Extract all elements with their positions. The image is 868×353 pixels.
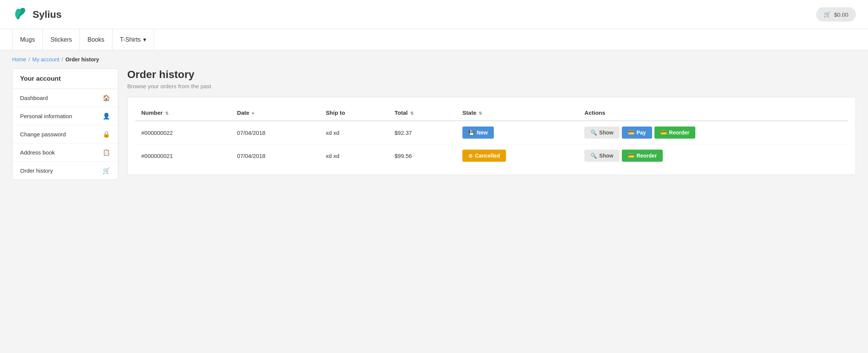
nav-books[interactable]: Books xyxy=(80,29,112,50)
content: Order history Browse your orders from th… xyxy=(127,69,856,180)
cell-state: ⊘ Cancelled xyxy=(456,144,578,167)
search-icon: 🔍 xyxy=(590,130,597,136)
orders-table: Number ⇅ Date ▾ Ship to Total ⇅ xyxy=(135,105,848,167)
reorder-icon: 💳 xyxy=(628,153,634,159)
sort-number-icon: ⇅ xyxy=(165,111,169,116)
cell-total: $99.56 xyxy=(389,144,456,167)
badge-icon: ⊘ xyxy=(468,153,473,159)
logo-icon xyxy=(12,6,29,23)
show-button[interactable]: 🔍 Show xyxy=(584,127,619,139)
reorder-button[interactable]: 💳 Reorder xyxy=(654,127,696,139)
sort-state-icon: ⇅ xyxy=(479,111,482,116)
nav-tshirts[interactable]: T-Shirts ▾ xyxy=(112,29,154,50)
col-ship-to: Ship to xyxy=(320,105,388,121)
col-state: State ⇅ xyxy=(456,105,578,121)
dashboard-icon: 🏠 xyxy=(103,94,110,102)
dropdown-icon: ▾ xyxy=(143,36,146,43)
address-icon: 📋 xyxy=(103,149,110,156)
state-badge: 💾 New xyxy=(462,127,494,139)
cell-date: 07/04/2018 xyxy=(231,144,320,167)
app-name: Sylius xyxy=(33,9,62,20)
cell-number: #000000022 xyxy=(135,121,231,144)
col-date: Date ▾ xyxy=(231,105,320,121)
cell-actions: 🔍 Show💳 Reorder xyxy=(578,144,848,167)
cell-total: $92.37 xyxy=(389,121,456,144)
sidebar: Your account Dashboard 🏠 Personal inform… xyxy=(12,69,118,180)
sidebar-item-address-book[interactable]: Address book 📋 xyxy=(12,144,118,162)
col-total: Total ⇅ xyxy=(389,105,456,121)
search-icon: 🔍 xyxy=(590,153,597,159)
lock-icon: 🔒 xyxy=(103,131,110,138)
breadcrumb-home[interactable]: Home xyxy=(12,56,26,62)
cell-ship-to: xd xd xyxy=(320,121,388,144)
sidebar-heading: Your account xyxy=(12,69,118,89)
navbar: Mugs Stickers Books T-Shirts ▾ xyxy=(0,29,868,50)
orders-card: Number ⇅ Date ▾ Ship to Total ⇅ xyxy=(127,97,856,175)
cart-icon: 🛒 xyxy=(824,11,831,18)
cell-state: 💾 New xyxy=(456,121,578,144)
page-subtitle: Browse your orders from the past xyxy=(127,83,856,89)
state-badge: ⊘ Cancelled xyxy=(462,150,506,162)
main-layout: Your account Dashboard 🏠 Personal inform… xyxy=(0,69,868,192)
cart-sidebar-icon: 🛒 xyxy=(103,167,110,174)
cell-actions: 🔍 Show💳 Pay💳 Reorder xyxy=(578,121,848,144)
sidebar-item-dashboard[interactable]: Dashboard 🏠 xyxy=(12,89,118,107)
cell-date: 07/04/2018 xyxy=(231,121,320,144)
table-row: #00000002107/04/2018xd xd$99.56⊘ Cancell… xyxy=(135,144,848,167)
badge-icon: 💾 xyxy=(468,130,475,136)
sort-total-icon: ⇅ xyxy=(410,111,414,116)
sidebar-card: Your account Dashboard 🏠 Personal inform… xyxy=(12,69,118,180)
breadcrumb-sep-1: / xyxy=(28,56,30,62)
nav-stickers[interactable]: Stickers xyxy=(43,29,80,50)
reorder-icon: 💳 xyxy=(660,130,667,136)
cell-ship-to: xd xd xyxy=(320,144,388,167)
credit-card-icon: 💳 xyxy=(628,130,634,136)
sidebar-item-order-history[interactable]: Order history 🛒 xyxy=(12,162,118,180)
col-actions: Actions xyxy=(578,105,848,121)
person-icon: 👤 xyxy=(103,112,110,120)
logo[interactable]: Sylius xyxy=(12,6,62,23)
reorder-button[interactable]: 💳 Reorder xyxy=(622,150,663,162)
sort-date-icon: ▾ xyxy=(252,111,254,116)
breadcrumb-current: Order history xyxy=(66,56,99,62)
table-row: #00000002207/04/2018xd xd$92.37💾 New🔍 Sh… xyxy=(135,121,848,144)
breadcrumb: Home / My account / Order history xyxy=(0,50,868,69)
pay-button[interactable]: 💳 Pay xyxy=(622,127,652,139)
sidebar-item-change-password[interactable]: Change password 🔒 xyxy=(12,125,118,144)
cell-number: #000000021 xyxy=(135,144,231,167)
sidebar-item-personal-information[interactable]: Personal information 👤 xyxy=(12,107,118,125)
breadcrumb-my-account[interactable]: My account xyxy=(32,56,59,62)
header: Sylius 🛒 $0.00 xyxy=(0,0,868,29)
show-button[interactable]: 🔍 Show xyxy=(584,150,619,162)
cart-button[interactable]: 🛒 $0.00 xyxy=(816,7,856,22)
cart-amount: $0.00 xyxy=(834,11,848,18)
nav-mugs[interactable]: Mugs xyxy=(12,29,43,50)
breadcrumb-sep-2: / xyxy=(62,56,63,62)
page-title: Order history xyxy=(127,69,856,81)
col-number: Number ⇅ xyxy=(135,105,231,121)
